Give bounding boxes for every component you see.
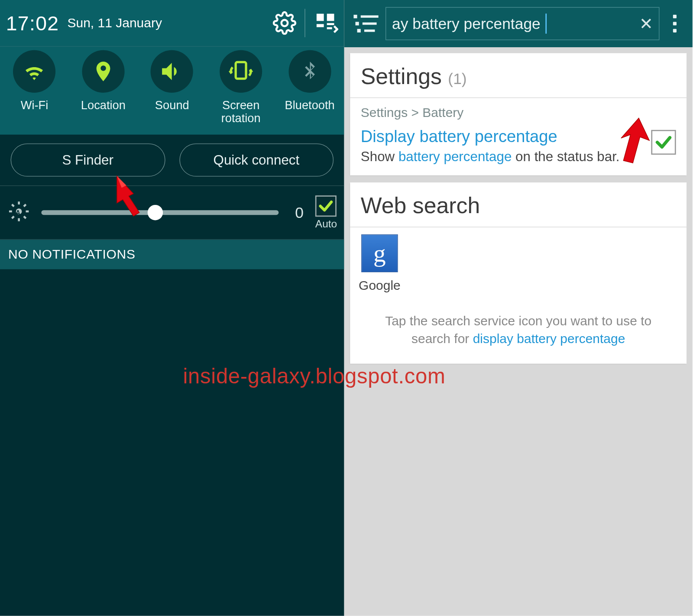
overflow-menu-icon[interactable] — [663, 15, 687, 32]
search-text: ay battery percentage — [392, 14, 541, 32]
clear-search-icon[interactable]: ✕ — [639, 14, 653, 33]
web-card-title: Web search — [350, 182, 687, 227]
toggle-bluetooth-label: Bluetooth — [285, 99, 335, 112]
toggle-location[interactable]: Location — [71, 50, 136, 112]
sfinder-label: S Finder — [62, 152, 113, 168]
toggle-wifi[interactable]: Wi-Fi — [2, 50, 67, 112]
results-area: Settings (1) Settings > Battery Display … — [344, 47, 693, 364]
clock-time: 17:02 — [6, 12, 59, 35]
svg-rect-2 — [327, 14, 334, 21]
settings-title-text: Settings — [361, 64, 442, 88]
sfinder-header: ay battery percentage ✕ — [344, 0, 693, 47]
desc-pre: Show — [361, 149, 398, 164]
notification-panel: 17:02 Sun, 11 January Wi-Fi Location Sou… — [0, 0, 344, 616]
toggle-rotation[interactable]: Screen rotation — [208, 50, 273, 125]
sfinder-screen: ay battery percentage ✕ Settings (1) Set… — [344, 0, 693, 616]
quick-panel-grid-icon[interactable] — [314, 11, 338, 36]
brightness-value: 0 — [289, 204, 309, 222]
toggle-sound-label: Sound — [155, 99, 189, 112]
result-breadcrumb: Settings > Battery — [350, 98, 687, 124]
sfinder-button[interactable]: S Finder — [11, 143, 165, 176]
notification-header: 17:02 Sun, 11 January — [0, 0, 344, 46]
header-actions — [273, 9, 338, 37]
google-search-app[interactable]: g Google — [350, 227, 409, 294]
result-description: Show battery percentage on the status ba… — [361, 149, 620, 165]
google-icon: g — [361, 234, 398, 272]
settings-count: (1) — [448, 70, 466, 88]
svg-rect-3 — [317, 24, 324, 27]
result-title: Display battery percentage — [361, 127, 620, 146]
quick-toggles-row: Wi-Fi Location Sound Screen rotation Blu… — [0, 46, 344, 134]
quickconnect-button[interactable]: Quick connect — [179, 143, 334, 176]
brightness-row: A 0 Auto — [0, 185, 344, 240]
web-search-card: Web search g Google Tap the search servi… — [350, 182, 687, 364]
clock-date: Sun, 11 January — [68, 15, 273, 30]
text-caret — [545, 13, 547, 33]
desc-post: on the status bar. — [512, 149, 619, 164]
svg-rect-1 — [317, 14, 324, 21]
toggle-wifi-label: Wi-Fi — [21, 99, 49, 112]
header-divider — [304, 9, 305, 37]
toggle-location-label: Location — [81, 99, 126, 112]
brightness-thumb[interactable] — [148, 205, 163, 220]
google-label: Google — [359, 278, 401, 293]
brightness-slider[interactable] — [41, 210, 278, 215]
auto-label: Auto — [315, 217, 337, 230]
auto-brightness-icon: A — [7, 200, 31, 226]
desc-highlight: battery percentage — [398, 149, 512, 164]
auto-checkbox[interactable] — [316, 195, 337, 216]
toggle-sound[interactable]: Sound — [139, 50, 204, 112]
quickconnect-label: Quick connect — [214, 152, 300, 168]
web-hint-text: Tap the search service icon you want to … — [350, 293, 687, 361]
filter-list-icon[interactable] — [350, 15, 382, 32]
svg-text:A: A — [16, 209, 21, 217]
result-checkbox[interactable] — [651, 130, 676, 155]
shortcut-buttons-row: S Finder Quick connect — [0, 135, 344, 185]
hint-highlight: display battery percentage — [473, 331, 625, 346]
settings-results-card: Settings (1) Settings > Battery Display … — [350, 53, 687, 175]
svg-rect-4 — [236, 62, 246, 78]
search-input[interactable]: ay battery percentage ✕ — [385, 7, 659, 40]
toggle-rotation-label: Screen rotation — [208, 99, 273, 125]
setting-result-row[interactable]: Display battery percentage Show battery … — [350, 124, 687, 175]
svg-point-0 — [282, 20, 288, 26]
toggle-bluetooth[interactable]: Bluetooth — [277, 50, 342, 112]
settings-card-title: Settings (1) — [350, 53, 687, 97]
auto-brightness-toggle[interactable]: Auto — [315, 195, 337, 230]
no-notifications-label: NO NOTIFICATIONS — [0, 240, 344, 269]
settings-gear-icon[interactable] — [273, 11, 297, 35]
